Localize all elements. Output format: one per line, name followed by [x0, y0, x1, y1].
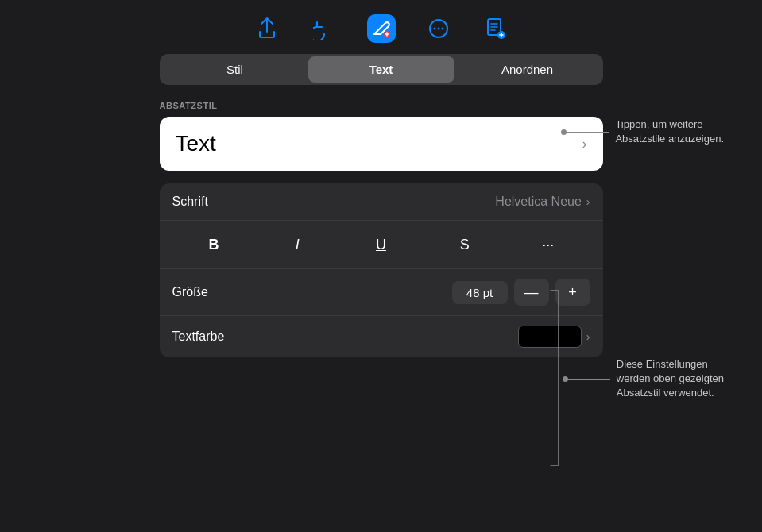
style-buttons-row: B I U S ··· [160, 221, 603, 269]
italic-button[interactable]: I [281, 230, 313, 259]
tab-stil[interactable]: Stil [162, 56, 308, 83]
underline-button[interactable]: U [365, 230, 396, 259]
color-chevron-icon: › [586, 330, 590, 343]
font-value: Helvetica Neue › [495, 195, 590, 209]
size-decrement-button[interactable]: — [514, 279, 549, 306]
panel: Stil Text Anordnen ABSATZSTIL Text › Sch… [147, 54, 616, 357]
tab-bar: Stil Text Anordnen [160, 54, 603, 85]
section-label-absatzstil: ABSATZSTIL [160, 101, 603, 110]
more-styles-button[interactable]: ··· [532, 230, 564, 259]
tab-anordnen[interactable]: Anordnen [454, 56, 601, 83]
paragraph-style-selector[interactable]: Text › [160, 117, 603, 171]
size-label: Größe [172, 285, 452, 299]
undo-icon[interactable] [310, 14, 338, 43]
font-label: Schrift [172, 195, 208, 209]
annotate-icon[interactable] [367, 14, 396, 43]
size-row: Größe 48 pt — + [160, 269, 603, 316]
svg-point-4 [441, 28, 443, 30]
font-chevron-icon: › [586, 195, 590, 208]
font-section-bracket [549, 287, 562, 468]
annotation-top: Tippen, um weitere Absatzstile anzuzeige… [561, 118, 724, 146]
tab-text[interactable]: Text [308, 56, 454, 83]
annotation-bottom-text: Diese Einstellungen werden oben gezeigte… [610, 357, 724, 401]
paragraph-style-value: Text [176, 131, 216, 156]
annotation-top-text: Tippen, um weitere Absatzstile anzuzeige… [609, 118, 724, 146]
font-row[interactable]: Schrift Helvetica Neue › [160, 183, 603, 221]
svg-point-3 [437, 28, 439, 30]
annotation-bottom: Diese Einstellungen werden oben gezeigte… [563, 357, 724, 401]
size-value: 48 pt [452, 281, 508, 304]
color-label: Textfarbe [172, 330, 518, 344]
document-icon[interactable] [482, 14, 510, 43]
color-row[interactable]: Textfarbe › [160, 316, 603, 357]
bold-button[interactable]: B [198, 230, 230, 259]
comment-icon[interactable] [424, 14, 453, 43]
font-section: Schrift Helvetica Neue › B I U S ··· Grö… [160, 183, 603, 357]
toolbar [0, 0, 762, 54]
svg-point-2 [433, 28, 435, 30]
size-controls: 48 pt — + [452, 279, 590, 306]
share-icon[interactable] [253, 14, 281, 43]
strikethrough-button[interactable]: S [449, 230, 481, 259]
